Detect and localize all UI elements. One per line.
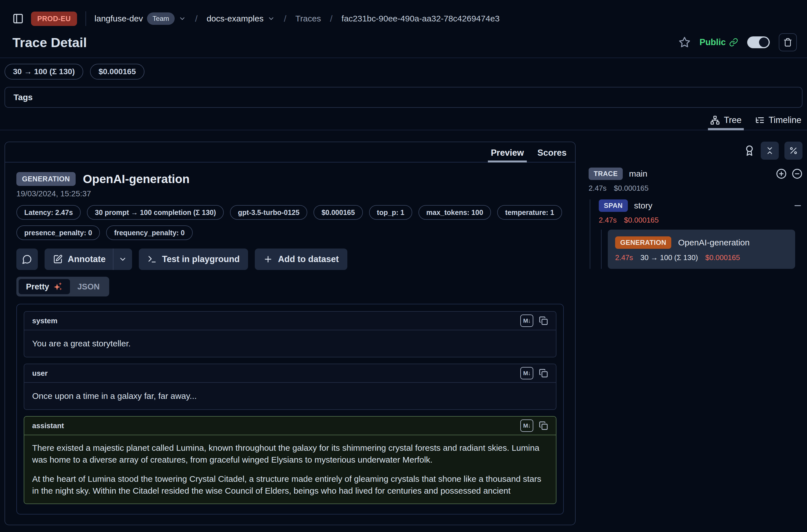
token-usage-badge: 30 prompt → 100 completion (Σ 130) [87,205,224,220]
message-content: Once upon a time in a galaxy far, far aw… [24,383,556,409]
generation-type-badge: GENERATION [615,236,671,249]
chevrons-collapse-icon [765,146,774,155]
plus-icon [263,254,273,264]
breadcrumb-separator: / [282,14,288,24]
tab-tree[interactable]: Tree [710,115,742,130]
trash-icon [783,38,792,47]
comment-icon [22,254,32,264]
observation-card: Preview Scores GENERATION OpenAI-generat… [4,141,576,525]
message-header: assistant M↓ [24,417,556,435]
message-role: assistant [32,421,64,430]
zoom-in-icon[interactable] [776,168,787,179]
chevron-down-icon[interactable] [179,15,186,22]
message-icons: M↓ [520,315,548,327]
comments-button[interactable] [16,248,38,270]
header-divider [0,58,807,58]
sidebar-toggle-icon[interactable] [13,13,24,24]
format-toggle: Pretty JSON [16,277,109,297]
format-pretty-option[interactable]: Pretty [19,279,70,294]
message-header: system M↓ [24,312,556,330]
message-text: You are a great storyteller. [32,338,548,349]
trace-children: SPAN story 2.47s $0.000165 GENERATION Op… [590,200,803,269]
project-name[interactable]: docs-examples [207,14,264,23]
public-link[interactable]: Public [699,37,738,48]
trace-metrics: 2.47s $0.000165 [588,184,803,193]
message-icons: M↓ [520,419,548,432]
trace-name: main [629,169,647,178]
span-children: GENERATION OpenAI-generation 2.47s 30 → … [601,230,803,269]
message-text: Once upon a time in a galaxy far, far aw… [32,390,548,402]
generation-metrics: 2.47s 30 → 100 (Σ 130) $0.000165 [615,253,788,262]
message-header: user M↓ [24,364,556,383]
breadcrumb-org[interactable]: langfuse-dev Team [95,13,186,25]
markdown-toggle-icon[interactable]: M↓ [520,315,533,327]
format-json-option[interactable]: JSON [70,279,107,294]
copy-icon[interactable] [539,369,548,378]
collapse-all-button[interactable] [761,141,779,160]
token-usage-badge: 30 → 100 (Σ 130) [4,64,83,79]
trace-cost: $0.000165 [614,184,649,193]
observation-header: GENERATION OpenAI-generation [16,172,564,186]
sparkles-icon [53,282,63,291]
generation-cost: $0.000165 [706,253,740,262]
observation-name: OpenAI-generation [83,172,190,186]
tab-preview[interactable]: Preview [491,148,524,162]
pretty-label: Pretty [26,282,49,291]
tree-zoom-controls [776,168,803,179]
chevron-down-icon [118,255,127,264]
add-to-dataset-button[interactable]: Add to dataset [255,248,347,270]
tree-node-span[interactable]: SPAN story [599,200,803,212]
show-percentages-button[interactable] [784,141,803,160]
presence-penalty-badge: presence_penalty: 0 [16,225,100,240]
markdown-toggle-icon[interactable]: M↓ [520,367,533,379]
generation-latency: 2.47s [615,253,633,262]
tree-node-trace[interactable]: TRACE main [588,168,803,180]
tree-node-generation-selected[interactable]: GENERATION OpenAI-generation 2.47s 30 → … [608,230,795,269]
award-icon[interactable] [744,145,755,156]
message-text: At the heart of Lumina stood the towerin… [32,473,548,497]
tags-label: Tags [14,93,33,102]
title-actions: Public [679,33,797,51]
zoom-out-icon[interactable] [792,168,803,179]
edit-icon [53,254,63,264]
delete-trace-button[interactable] [779,33,797,51]
annotate-button[interactable]: Annotate [44,248,113,270]
tree-icon [710,115,720,125]
page-title: Trace Detail [13,35,87,50]
breadcrumb-trace-id[interactable]: fac231bc-90ee-490a-aa32-78c4269474e3 [341,14,500,23]
observation-metadata-badges: Latency: 2.47s 30 prompt → 100 completio… [16,205,564,240]
public-label: Public [699,37,726,48]
span-cost: $0.000165 [624,216,659,225]
org-plan-badge: Team [147,13,175,25]
tab-scores[interactable]: Scores [538,148,567,162]
tags-field[interactable]: Tags [4,87,803,108]
tab-timeline-label: Timeline [769,115,801,125]
tab-timeline[interactable]: Timeline [755,115,801,130]
observation-type-badge: GENERATION [16,172,76,186]
org-name[interactable]: langfuse-dev [95,14,143,23]
generation-tokens: 30 → 100 (Σ 130) [640,253,698,262]
public-toggle[interactable] [747,36,770,48]
latency-badge: Latency: 2.47s [16,205,81,220]
test-in-playground-button[interactable]: Test in playground [139,248,248,270]
percent-icon [789,146,798,155]
messages-container: system M↓ You are a great storyteller. u… [16,304,564,514]
collapse-node-icon[interactable] [793,201,803,210]
copy-icon[interactable] [539,316,548,325]
environment-badge[interactable]: PROD-EU [31,12,77,26]
terminal-icon [147,254,157,264]
annotate-label: Annotate [68,254,106,264]
markdown-toggle-icon[interactable]: M↓ [520,419,533,432]
breadcrumb-project[interactable]: docs-examples [207,14,275,23]
max-tokens-badge: max_tokens: 100 [418,205,491,220]
span-name: story [634,201,652,210]
breadcrumb-traces[interactable]: Traces [296,14,321,23]
copy-icon[interactable] [539,421,548,430]
link-icon [729,38,738,47]
span-latency: 2.47s [599,216,617,225]
annotate-dropdown-button[interactable] [113,248,132,270]
star-bookmark-icon[interactable] [679,36,691,48]
view-tabs: Tree Timeline [0,112,807,130]
model-badge[interactable]: gpt-3.5-turbo-0125 [230,205,307,220]
chevron-down-icon[interactable] [267,15,275,22]
